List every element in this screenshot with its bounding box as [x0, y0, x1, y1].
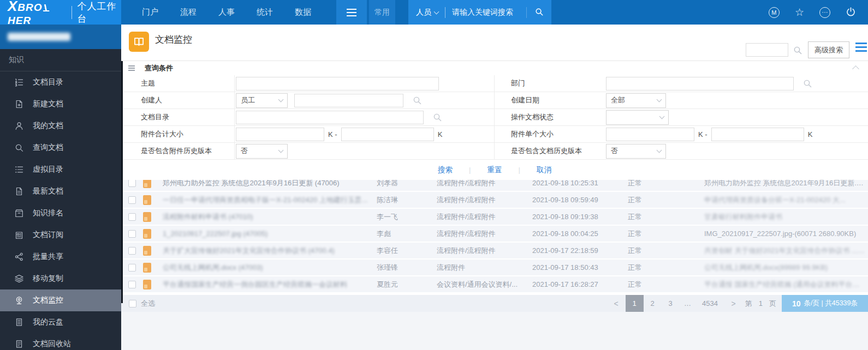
- nav-item-hr[interactable]: 人事: [207, 0, 246, 25]
- page-button-3[interactable]: 3: [662, 295, 680, 312]
- favorite-star-icon[interactable]: ☆: [795, 7, 804, 17]
- att-single-max-input[interactable]: [711, 128, 804, 141]
- sidebar-item-移动复制[interactable]: 移动复制: [0, 268, 121, 289]
- att-history-select[interactable]: 否: [236, 144, 288, 159]
- doc-title[interactable]: 1_20210917_222507.jpg (47005): [163, 230, 377, 238]
- common-menu-button[interactable]: 常用: [369, 0, 395, 25]
- doc-category: 流程附件/流程附件: [437, 212, 532, 222]
- global-search-button[interactable]: [526, 7, 544, 18]
- select-all-checkbox[interactable]: [129, 300, 136, 307]
- doc-title[interactable]: 流程附件材料申请书 (47010): [163, 212, 377, 222]
- doc-dir-input[interactable]: [236, 111, 424, 124]
- creator-type-select[interactable]: 员工: [236, 93, 288, 108]
- search-icon: [14, 143, 24, 153]
- table-row[interactable]: 郑州电力助外监控 系统信息2021年9月16日更新 (47006) 刘孝器 流程…: [121, 180, 868, 191]
- row-checkbox[interactable]: [128, 230, 136, 238]
- row-checkbox[interactable]: [128, 196, 136, 204]
- row-checkbox[interactable]: [128, 213, 136, 221]
- creator-search-icon[interactable]: [412, 95, 422, 105]
- search-icon: [534, 7, 544, 18]
- sidebar-item-最新文档[interactable]: 最新文档: [0, 180, 121, 202]
- dept-input[interactable]: [606, 77, 794, 90]
- table-row[interactable]: 一日任一申请代理商资质相电子版一X-21-002420 上地建行玉昙... 陈洁…: [121, 192, 868, 208]
- subject-input[interactable]: [236, 77, 439, 90]
- select-all-label: 全选: [141, 299, 155, 309]
- brand-logo: XXBROTHERBROTHER: [8, 0, 66, 27]
- advanced-search-button[interactable]: 高级搜索: [808, 41, 849, 58]
- global-search-input[interactable]: 请输入关键词搜索: [452, 8, 518, 17]
- per-page-selector[interactable]: 10 条/页 | 共45339条: [782, 295, 868, 312]
- sidebar-item-知识排名[interactable]: 知识排名: [0, 202, 121, 224]
- doc-creator: 陈洁琳: [377, 195, 437, 205]
- table-row[interactable]: 公司无线上网机闸.docx (47003) 张瑾锋 流程附件 2021-09-1…: [121, 260, 868, 275]
- creator-input[interactable]: [294, 94, 403, 107]
- row-checkbox[interactable]: [128, 180, 136, 187]
- page-button-last[interactable]: 4534: [696, 295, 724, 312]
- doc-title[interactable]: 郑州电力助外监控 系统信息2021年9月16日更新 (47006): [163, 180, 377, 188]
- doc-attachment: 申请代理商资质设备分班一X-21-002420 大...: [704, 195, 868, 205]
- file-icon: [143, 263, 151, 273]
- m-badge-icon[interactable]: M: [769, 7, 780, 18]
- table-row[interactable]: 1_20210917_222507.jpg (47005) 李彪 流程附件/流程…: [121, 226, 868, 242]
- doc-date: 2021-09-18 10:25:31: [532, 180, 628, 187]
- page-jump-number[interactable]: 1: [759, 299, 763, 307]
- sidebar-item-我的云盘[interactable]: 我的云盘: [0, 311, 121, 333]
- page-button-1[interactable]: 1: [626, 295, 644, 312]
- table-row[interactable]: 流程附件材料申请书 (47010) 李一飞 流程附件/流程附件 2021-09-…: [121, 209, 868, 225]
- file-icon: [143, 229, 151, 239]
- content-footer-area: [121, 312, 868, 350]
- app-logo[interactable]: XXBROTHERBROTHER 个人工作台: [0, 0, 121, 25]
- nav-item-stats[interactable]: 统计: [246, 0, 284, 25]
- pager: < 1 2 3 … 4534 > 第 1 页 10 条/页 | 共45339条: [607, 295, 868, 312]
- more-circle-icon[interactable]: ⋯: [819, 7, 830, 18]
- sidebar-item-文档监控[interactable]: 文档监控: [0, 289, 121, 311]
- reset-button[interactable]: 重置: [487, 165, 502, 175]
- collapse-chevron-icon[interactable]: [852, 65, 859, 73]
- search-category-dropdown[interactable]: 人员: [416, 8, 438, 17]
- sidebar-item-查询文档[interactable]: 查询文档: [0, 137, 121, 159]
- prev-page-button[interactable]: <: [607, 299, 625, 308]
- nav-item-process[interactable]: 流程: [169, 0, 207, 25]
- sidebar-user[interactable]: [0, 25, 121, 49]
- row-checkbox[interactable]: [128, 281, 136, 288]
- search-divider: [445, 7, 445, 18]
- page-button-2[interactable]: 2: [644, 295, 662, 312]
- doc-title[interactable]: 关于扩大宣传做好2021年文化宣传合作协议书 (4700.4): [163, 246, 377, 256]
- nav-item-portal[interactable]: 门户: [131, 0, 169, 25]
- sidebar-section-label: 知识: [0, 49, 121, 71]
- view-options-icon[interactable]: [855, 43, 867, 52]
- row-checkbox[interactable]: [128, 264, 136, 271]
- doc-title[interactable]: 公司无线上网机闸.docx (47003): [163, 263, 377, 273]
- att-single-min-input[interactable]: [606, 128, 694, 141]
- search-button[interactable]: 搜索: [438, 165, 453, 175]
- quick-search-icon[interactable]: [793, 45, 802, 55]
- create-date-select[interactable]: 全部: [606, 93, 666, 108]
- doc-history-select[interactable]: 否: [606, 144, 666, 159]
- nav-item-data[interactable]: 数据: [284, 0, 322, 25]
- cancel-button[interactable]: 取消: [537, 165, 551, 175]
- row-checkbox[interactable]: [128, 247, 136, 255]
- sidebar-scrollbar[interactable]: [121, 61, 123, 303]
- table-row[interactable]: 关于扩大宣传做好2021年文化宣传合作协议书 (4700.4) 李容任 流程附件…: [121, 243, 868, 258]
- power-icon[interactable]: [846, 7, 856, 19]
- dept-search-icon[interactable]: [802, 79, 812, 88]
- doc-title[interactable]: 一日任一申请代理商资质相电子版一X-21-002420 上地建行玉昙...: [163, 195, 377, 205]
- att-total-max-input[interactable]: [341, 128, 434, 141]
- sidebar-item-文档回收站[interactable]: 文档回收站: [0, 333, 121, 350]
- sidebar-item-虚拟目录[interactable]: 虚拟目录: [0, 159, 121, 180]
- doc-dir-search-icon[interactable]: [432, 112, 442, 122]
- sidebar-item-文档目录[interactable]: 文档目录: [0, 71, 121, 93]
- table-row[interactable]: 平台通报国家生产经营一倒台园区生产经营措施一会议材料 夏胜元 会议资料/通用会议…: [121, 276, 868, 292]
- doc-status: 正常: [628, 263, 704, 273]
- quick-search-input[interactable]: [746, 43, 788, 57]
- doc-status-select[interactable]: [606, 110, 669, 125]
- person-icon: [14, 121, 24, 131]
- sidebar-item-批量共享[interactable]: 批量共享: [0, 246, 121, 268]
- apps-menu-button[interactable]: [336, 0, 367, 25]
- sidebar-item-文档订阅[interactable]: 文档订阅: [0, 224, 121, 246]
- doc-title[interactable]: 平台通报国家生产经营一倒台园区生产经营措施一会议材料: [163, 280, 377, 289]
- sidebar-item-我的文档[interactable]: 我的文档: [0, 115, 121, 137]
- att-total-min-input[interactable]: [236, 128, 324, 141]
- next-page-button[interactable]: >: [724, 299, 743, 308]
- sidebar-item-新建文档[interactable]: 新建文档: [0, 93, 121, 115]
